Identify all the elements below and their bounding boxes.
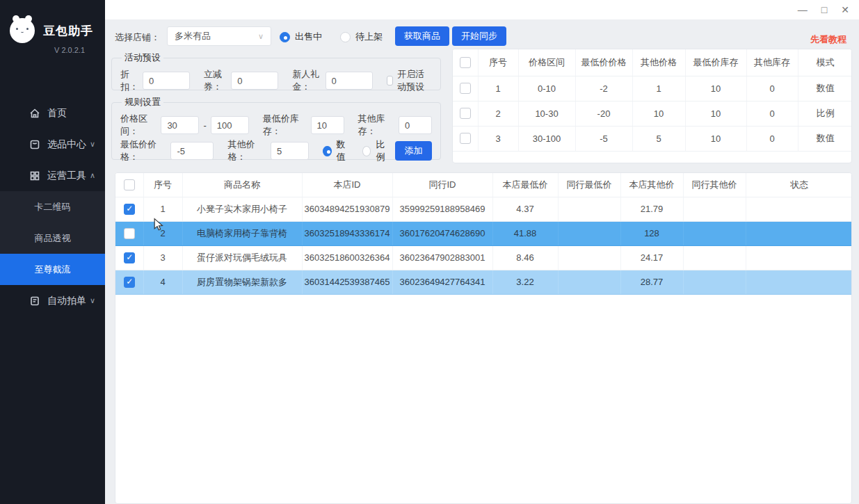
other-price-label: 其他价格： <box>227 138 266 163</box>
add-rule-button[interactable]: 添加 <box>395 141 432 161</box>
column-header: 商品名称 <box>182 173 302 197</box>
radio-dot <box>340 32 351 42</box>
radio-dot <box>323 146 332 156</box>
discount-label: 折扣： <box>120 68 138 93</box>
select-all-checkbox[interactable] <box>460 57 471 68</box>
table-row[interactable]: 4厨房置物架锅架新款多36031442539387465360236494277… <box>115 270 852 294</box>
cell: 小凳子实木家用小椅子 <box>182 197 302 221</box>
other-stock-input[interactable] <box>399 116 432 134</box>
column-header: 本店ID <box>302 173 392 197</box>
min-stock-label: 最低价库存： <box>263 113 307 138</box>
table-row[interactable]: 330-100-55100数值 <box>453 126 852 151</box>
chevron-up-icon: ∧ <box>90 171 95 180</box>
cell: 128 <box>620 221 683 245</box>
cell <box>683 221 746 245</box>
cell: 比例 <box>798 101 852 126</box>
cell: 5 <box>632 126 685 151</box>
sidebar-item-auto-order[interactable]: 自动拍单 ∨ <box>0 285 105 316</box>
cell: 4 <box>143 270 182 294</box>
min-stock-input[interactable] <box>311 116 344 134</box>
price-range-separator: - <box>203 120 206 131</box>
table-row[interactable]: 1小凳子实木家用小椅子36034894251930879359992591889… <box>115 197 852 221</box>
row-checkbox[interactable] <box>460 108 471 119</box>
cell <box>683 197 746 221</box>
row-checkbox[interactable] <box>124 204 135 215</box>
chevron-down-icon: ∨ <box>90 140 95 149</box>
column-header: 模式 <box>798 49 852 76</box>
other-stock-label: 其他库存： <box>358 113 394 138</box>
shop-select[interactable]: 多米有品 ∨ <box>167 26 271 46</box>
radio-on-sale[interactable]: 出售中 <box>280 31 322 43</box>
cell <box>746 270 852 294</box>
price-max-input[interactable] <box>211 116 249 134</box>
shop-icon <box>29 139 40 150</box>
cell <box>558 221 620 245</box>
enable-preset-checkbox[interactable] <box>387 76 394 86</box>
rule-settings-group: 规则设置 价格区间： - 最低价库存： 其他库存： 最低价价格： 其他价格： 数… <box>111 96 441 160</box>
sidebar-item-home[interactable]: 首页 <box>0 97 105 129</box>
table-row[interactable]: 10-10-21100数值 <box>453 76 852 101</box>
cell: 数值 <box>798 126 852 151</box>
cell: 36034894251930879 <box>302 197 392 221</box>
select-all-checkbox[interactable] <box>124 179 135 190</box>
chevron-down-icon: ∨ <box>90 296 95 305</box>
column-header: 状态 <box>746 173 852 197</box>
table-row[interactable]: 210-30-2010100比例 <box>453 101 852 126</box>
sidebar-item-supreme-intercept[interactable]: 至尊截流 <box>0 254 105 285</box>
sidebar-item-product-perspective[interactable]: 商品透视 <box>0 222 105 254</box>
column-header: 序号 <box>478 49 518 76</box>
gift-input[interactable] <box>326 72 373 90</box>
cell: 28.77 <box>620 270 683 294</box>
cell: 3 <box>143 245 182 270</box>
min-price-input[interactable] <box>170 142 214 160</box>
cell: 0 <box>746 126 798 151</box>
tutorial-link[interactable]: 先看教程 <box>810 33 846 46</box>
radio-label: 出售中 <box>295 31 322 43</box>
radio-label: 待上架 <box>355 31 383 43</box>
sidebar-item-qr-code[interactable]: 卡二维码 <box>0 191 105 222</box>
row-checkbox[interactable] <box>460 83 471 94</box>
activity-preset-group: 活动预设 折扣： 立减券： 新人礼金： 开启活动预设 <box>111 51 441 90</box>
radio-dot <box>280 32 290 42</box>
cell: 36031442539387465 <box>302 270 392 294</box>
radio-label: 数值 <box>337 138 351 163</box>
radio-mode-ratio[interactable]: 比例 <box>362 138 391 163</box>
rules-table: 序号价格区间最低价价格其他价格最低价库存其他库存模式10-10-21100数值2… <box>453 49 852 152</box>
cell: 10 <box>685 76 746 101</box>
start-sync-button[interactable]: 开始同步 <box>452 26 506 46</box>
other-price-input[interactable] <box>271 142 309 160</box>
app-name: 豆包助手 <box>43 23 93 39</box>
cell: 3.22 <box>492 270 558 294</box>
get-products-button[interactable]: 获取商品 <box>395 26 449 46</box>
column-header: 其他库存 <box>746 49 798 76</box>
radio-pending-shelf[interactable]: 待上架 <box>340 31 383 43</box>
table-row[interactable]: 3蛋仔派对玩偶毛绒玩具36032518600326364360236479028… <box>115 245 852 270</box>
cell <box>558 197 620 221</box>
row-checkbox[interactable] <box>124 228 135 239</box>
rule-settings-legend: 规则设置 <box>122 96 163 108</box>
order-icon <box>29 295 40 307</box>
sidebar-item-operation-tools[interactable]: 运营工具 ∧ <box>0 160 105 191</box>
row-checkbox[interactable] <box>124 252 135 263</box>
table-row[interactable]: 2电脑椅家用椅子靠背椅36032518943336174360176204746… <box>115 221 852 245</box>
column-header: 本店最低价 <box>492 173 558 197</box>
sidebar-item-selection-center[interactable]: 选品中心 ∨ <box>0 129 105 160</box>
row-checkbox[interactable] <box>460 133 471 144</box>
products-table: 序号商品名称本店ID同行ID本店最低价同行最低价本店其他价同行其他价状态1小凳子… <box>115 173 852 295</box>
enable-preset-label: 开启活动预设 <box>397 68 432 93</box>
radio-label: 比例 <box>376 138 390 163</box>
cell: 36023647902883001 <box>392 245 492 270</box>
sidebar: 豆包助手 V 2.0.2.1 首页 选品中心 ∨ 运营工具 ∧ 卡二维码 <box>0 0 105 504</box>
coupon-label: 立减券： <box>204 68 227 93</box>
column-header: 价格区间 <box>518 49 575 76</box>
column-header: 本店其他价 <box>620 173 683 197</box>
minimize-icon[interactable]: — <box>798 3 808 17</box>
radio-mode-value[interactable]: 数值 <box>323 138 351 163</box>
cell: 36032518943336174 <box>302 221 392 245</box>
maximize-icon[interactable]: □ <box>821 3 827 17</box>
close-icon[interactable]: ✕ <box>841 3 849 17</box>
row-checkbox[interactable] <box>124 277 135 288</box>
price-min-input[interactable] <box>161 116 199 134</box>
coupon-input[interactable] <box>231 72 278 90</box>
discount-input[interactable] <box>143 72 190 90</box>
